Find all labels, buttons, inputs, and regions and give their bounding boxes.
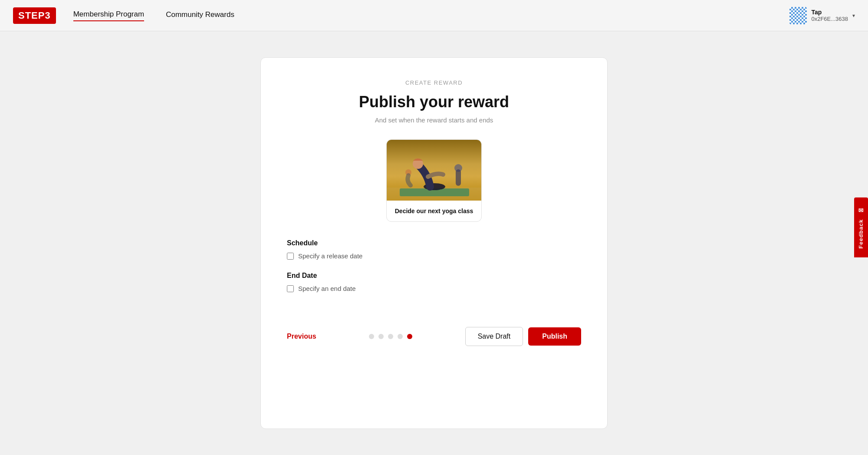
page-subtitle: And set when the reward starts and ends [287,116,581,124]
card-footer: Previous Save Draft Publish [287,318,581,346]
dot-1 [369,334,374,339]
schedule-section: Schedule Specify a release date [287,239,581,260]
feedback-tab[interactable]: Feedback ✉ [854,198,868,257]
release-date-label[interactable]: Specify a release date [298,252,362,260]
page-title: Publish your reward [287,93,581,111]
wallet-address: 0x2F6E...3638 [811,16,848,22]
dot-indicators [369,334,412,339]
end-date-section: End Date Specify an end date [287,272,581,292]
reward-preview-card: Decide our next yoga class [386,139,482,222]
dot-2 [378,334,384,339]
header: STEP3 Membership Program Community Rewar… [0,0,868,31]
footer-actions: Save Draft Publish [465,327,581,346]
create-reward-card: CREATE REWARD Publish your reward And se… [260,57,608,429]
schedule-label: Schedule [287,239,581,247]
nav: Membership Program Community Rewards [73,10,234,21]
chevron-down-icon: ▾ [852,13,855,19]
end-date-label: End Date [287,272,581,280]
dot-3 [388,334,393,339]
dot-4 [398,334,403,339]
main-content: CREATE REWARD Publish your reward And se… [0,31,868,455]
schedule-checkbox-row: Specify a release date [287,252,581,260]
yoga-scene-svg [387,140,481,201]
end-date-checkbox[interactable] [287,285,294,292]
dot-5-active [407,334,412,339]
logo[interactable]: STEP3 [13,7,56,24]
reward-preview-title: Decide our next yoga class [387,201,481,221]
save-draft-button[interactable]: Save Draft [465,327,523,346]
wallet-info: Tap 0x2F6E...3638 [811,9,848,22]
end-date-checkbox-label[interactable]: Specify an end date [298,285,356,292]
feedback-icon: ✉ [858,206,865,214]
end-date-checkbox-row: Specify an end date [287,285,581,292]
release-date-checkbox[interactable] [287,253,294,260]
nav-community[interactable]: Community Rewards [166,10,234,21]
wallet-label: Tap [811,9,848,16]
nav-membership[interactable]: Membership Program [73,10,144,21]
wallet-area[interactable]: Tap 0x2F6E...3638 ▾ [789,7,855,24]
create-reward-label: CREATE REWARD [287,79,581,86]
reward-preview-image [387,140,481,201]
feedback-label: Feedback [858,219,864,249]
previous-button[interactable]: Previous [287,333,316,340]
wallet-icon [789,7,807,24]
publish-button[interactable]: Publish [528,327,581,346]
